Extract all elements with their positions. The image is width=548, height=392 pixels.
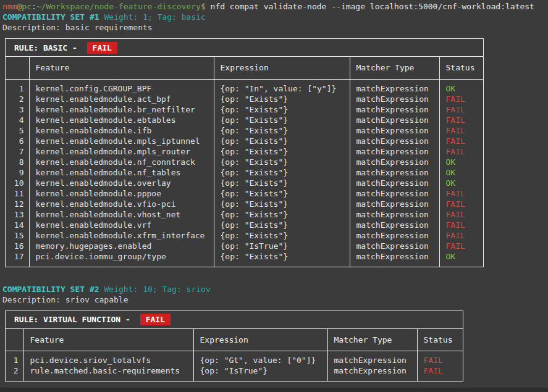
row-number-cell: 8 — [6, 157, 29, 167]
status-cell: FAIL — [439, 104, 483, 115]
feature-cell: kernel.enabledmodule.vfio-pci — [29, 199, 214, 209]
matcher-type-cell: matchExpression — [350, 209, 439, 220]
status-cell: OK — [439, 167, 483, 178]
rule-table-virtual-function: RULE: VIRTUAL FUNCTION - FAIL FeatureExp… — [5, 311, 463, 382]
matcher-type-cell: matchExpression — [350, 199, 439, 209]
feature-cell: kernel.enabledmodule.nf_tables — [29, 167, 214, 178]
expression-cell: {op: "Exists"} — [214, 209, 350, 220]
prompt-path: ~/Workspace/node-feature-discovery — [36, 2, 201, 11]
table-row: 13kernel.enabledmodule.vhost_net{op: "Ex… — [6, 209, 483, 220]
window-bottom-edge — [0, 388, 548, 392]
expression-cell: {op: "Exists"} — [214, 125, 350, 136]
feature-cell: kernel.enabledmodule.pppoe — [29, 188, 214, 199]
feature-cell: kernel.enabledmodule.ebtables — [29, 115, 214, 125]
expression-cell: {op: "Exists"} — [214, 178, 350, 188]
expression-cell: {op: "Exists"} — [214, 157, 350, 167]
table-row: 6kernel.enabledmodule.mpls_iptunnel{op: … — [6, 136, 483, 146]
feature-cell: pci.device.iommu_group/type — [29, 251, 214, 267]
expression-cell: {op: "Exists"} — [214, 251, 350, 267]
row-number-cell: 16 — [6, 241, 29, 251]
feature-cell: kernel.enabledmodule.vrf — [29, 220, 214, 230]
prompt-line: nmm@pc:~/Workspace/node-feature-discover… — [2, 1, 548, 12]
expression-cell: {op: "Exists"} — [214, 136, 350, 146]
rule-header: RULE: VIRTUAL FUNCTION - FAIL — [6, 311, 463, 329]
status-cell: FAIL — [439, 230, 483, 241]
table-row: 12kernel.enabledmodule.vfio-pci{op: "Exi… — [6, 199, 483, 209]
row-number-cell: 2 — [6, 94, 29, 104]
feature-cell: kernel.enabledmodule.nf_conntrack — [29, 157, 214, 167]
status-cell: FAIL — [417, 365, 463, 381]
status-cell: OK — [439, 157, 483, 167]
column-header: Expression — [214, 57, 350, 79]
matcher-type-cell: matchExpression — [350, 251, 439, 267]
status-cell: OK — [439, 251, 483, 267]
column-header: Matcher Type — [327, 329, 417, 351]
matcher-type-cell: matchExpression — [350, 125, 439, 136]
status-cell: OK — [439, 178, 483, 188]
row-number-cell: 17 — [6, 251, 29, 267]
row-number-cell: 11 — [6, 188, 29, 199]
feature-cell: kernel.config.CGROUP_BPF — [29, 79, 214, 94]
prompt-dollar-sign: $ — [201, 2, 206, 11]
status-cell: FAIL — [417, 351, 463, 366]
table-row: 5kernel.enabledmodule.ifb{op: "Exists"}m… — [6, 125, 483, 136]
row-number-cell: 14 — [6, 220, 29, 230]
status-cell: FAIL — [439, 94, 483, 104]
matcher-type-cell: matchExpression — [350, 146, 439, 157]
prompt-separator: : — [32, 2, 36, 11]
feature-cell: kernel.enabledmodule.br_netfilter — [29, 104, 214, 115]
expression-cell: {op: "Exists"} — [214, 220, 350, 230]
matcher-type-cell: matchExpression — [350, 115, 439, 125]
row-number-cell: 13 — [6, 209, 29, 220]
table-row: 14kernel.enabledmodule.vrf{op: "Exists"}… — [6, 220, 483, 230]
matcher-type-cell: matchExpression — [350, 79, 439, 94]
expression-cell: {op: "Gt", value: ["0"]} — [193, 351, 327, 366]
set-title: COMPATIBILITY SET #2 — [2, 285, 99, 294]
status-cell: FAIL — [439, 125, 483, 136]
expression-cell: {op: "IsTrue"} — [214, 241, 350, 251]
table-row: 1kernel.config.CGROUP_BPF{op: "In", valu… — [6, 79, 483, 94]
status-cell: FAIL — [439, 188, 483, 199]
feature-table: FeatureExpressionMatcher TypeStatus 1pci… — [6, 329, 463, 382]
table-row: 10kernel.enabledmodule.overlay{op: "Exis… — [6, 178, 483, 188]
row-number-cell: 10 — [6, 178, 29, 188]
matcher-type-cell: matchExpression — [350, 220, 439, 230]
row-number-cell: 9 — [6, 167, 29, 178]
table-row: 15kernel.enabledmodule.xfrm_interface{op… — [6, 230, 483, 241]
row-number-cell: 15 — [6, 230, 29, 241]
table-row: 2kernel.enabledmodule.act_bpf{op: "Exist… — [6, 94, 483, 104]
column-header: Feature — [23, 329, 193, 351]
column-header: Matcher Type — [350, 57, 439, 79]
table-row: 16memory.hugepages.enabled{op: "IsTrue"}… — [6, 241, 483, 251]
terminal-window[interactable]: nmm@pc:~/Workspace/node-feature-discover… — [0, 0, 548, 382]
table-row: 3kernel.enabledmodule.br_netfilter{op: "… — [6, 104, 483, 115]
expression-cell: {op: "Exists"} — [214, 167, 350, 178]
rule-status-badge: FAIL — [140, 314, 171, 325]
expression-cell: {op: "Exists"} — [214, 115, 350, 125]
table-row: 2rule.matched.basic-requirements{op: "Is… — [6, 365, 463, 381]
row-number-cell: 6 — [6, 136, 29, 146]
column-header: Expression — [193, 329, 327, 351]
table-row: 11kernel.enabledmodule.pppoe{op: "Exists… — [6, 188, 483, 199]
status-cell: OK — [439, 79, 483, 94]
matcher-type-cell: matchExpression — [350, 94, 439, 104]
matcher-type-cell: matchExpression — [350, 157, 439, 167]
command-text: nfd compat validate-node --image localho… — [206, 2, 534, 11]
matcher-type-cell: matchExpression — [327, 365, 417, 381]
table-header-row: FeatureExpressionMatcher TypeStatus — [6, 57, 483, 79]
prompt-hostname: pc — [22, 2, 32, 11]
compatibility-set-2: COMPATIBILITY SET #2Weight: 10; Tag: sri… — [2, 284, 548, 382]
status-cell: FAIL — [439, 220, 483, 230]
matcher-type-cell: matchExpression — [350, 167, 439, 178]
matcher-type-cell: matchExpression — [350, 241, 439, 251]
set-header: COMPATIBILITY SET #2Weight: 10; Tag: sri… — [2, 284, 548, 294]
column-header — [6, 329, 23, 351]
set-meta: Weight: 1; Tag: basic — [99, 12, 206, 22]
matcher-type-cell: matchExpression — [350, 136, 439, 146]
rule-status-badge: FAIL — [87, 42, 117, 54]
row-number-cell: 4 — [6, 115, 29, 125]
status-cell: FAIL — [439, 136, 483, 146]
feature-cell: kernel.enabledmodule.overlay — [29, 178, 214, 188]
expression-cell: {op: "IsTrue"} — [193, 365, 327, 381]
matcher-type-cell: matchExpression — [350, 104, 439, 115]
